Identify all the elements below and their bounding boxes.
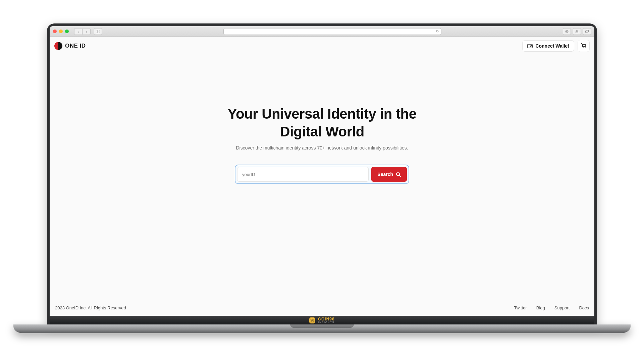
footer-copyright: 2023 OneID Inc. All Rights Reserved <box>55 305 126 310</box>
sidebar-icon <box>96 30 100 33</box>
stage: ‹ › ⟳ <box>0 0 644 362</box>
footer-link-docs[interactable]: Docs <box>579 305 589 310</box>
hero-title-line2: Digital World <box>280 124 364 139</box>
brand[interactable]: ONE ID <box>54 42 86 50</box>
search-shell: Search <box>235 165 409 184</box>
browser-chrome: ‹ › ⟳ <box>50 26 594 37</box>
chevron-left-icon: ‹ <box>77 29 79 34</box>
browser-nav-group: ‹ › <box>74 28 91 35</box>
sidebar-toggle-button[interactable] <box>94 28 102 35</box>
tabs-button[interactable] <box>583 28 591 35</box>
hinge-brand-main: COIN98 <box>318 317 334 321</box>
svg-rect-6 <box>528 44 532 48</box>
search-icon <box>396 172 401 177</box>
close-window-button[interactable] <box>53 29 57 33</box>
forward-button[interactable]: › <box>83 28 91 35</box>
connect-wallet-button[interactable]: Connect Wallet <box>522 40 574 52</box>
laptop-base <box>13 324 631 333</box>
svg-rect-5 <box>585 31 588 33</box>
hinge-brand: 98 COIN98 INSIGHTS <box>309 317 334 323</box>
address-bar[interactable]: ⟳ <box>223 28 441 35</box>
cart-button[interactable] <box>578 40 590 52</box>
svg-line-11 <box>399 175 400 177</box>
footer-link-support[interactable]: Support <box>554 305 570 310</box>
svg-rect-7 <box>531 46 532 47</box>
footer-link-blog[interactable]: Blog <box>536 305 545 310</box>
page: ONE ID Connect Wallet <box>50 37 594 316</box>
top-actions: Connect Wallet <box>522 40 590 52</box>
topbar: ONE ID Connect Wallet <box>50 37 594 55</box>
hinge-brand-sub: INSIGHTS <box>318 321 334 323</box>
hero-subtitle: Discover the multichain identity across … <box>236 145 408 150</box>
laptop-screen: ‹ › ⟳ <box>50 26 594 316</box>
search-input[interactable] <box>237 167 369 182</box>
minimize-window-button[interactable] <box>59 29 63 33</box>
hinge-brand-mark: 98 <box>309 317 315 323</box>
maximize-window-button[interactable] <box>65 29 69 33</box>
cart-icon <box>581 43 587 49</box>
laptop-hinge: 98 COIN98 INSIGHTS <box>50 316 594 324</box>
search-button-label: Search <box>377 172 393 177</box>
download-icon <box>565 30 569 33</box>
share-icon <box>575 30 579 33</box>
svg-rect-0 <box>96 30 100 33</box>
window-controls <box>53 29 69 33</box>
search-button[interactable]: Search <box>371 167 407 182</box>
hero-title-line1: Your Universal Identity in the <box>228 106 417 122</box>
svg-point-9 <box>585 47 586 48</box>
brand-logo-icon <box>54 42 62 50</box>
share-button[interactable] <box>573 28 581 35</box>
browser-right-controls <box>563 28 591 35</box>
footer: 2023 OneID Inc. All Rights Reserved Twit… <box>50 300 594 316</box>
hero: Your Universal Identity in the Digital W… <box>50 55 594 300</box>
downloads-button[interactable] <box>563 28 571 35</box>
reload-icon[interactable]: ⟳ <box>436 29 439 34</box>
connect-wallet-label: Connect Wallet <box>535 43 569 49</box>
hinge-brand-text: COIN98 INSIGHTS <box>318 317 334 323</box>
laptop-mockup: ‹ › ⟳ <box>47 23 597 333</box>
wallet-icon <box>527 44 533 48</box>
brand-name: ONE ID <box>65 43 86 49</box>
footer-links: Twitter Blog Support Docs <box>514 305 589 310</box>
chevron-right-icon: › <box>86 29 87 34</box>
footer-link-twitter[interactable]: Twitter <box>514 305 527 310</box>
tabs-icon <box>585 30 589 33</box>
hero-title: Your Universal Identity in the Digital W… <box>228 105 417 140</box>
laptop-bezel: ‹ › ⟳ <box>47 23 597 324</box>
back-button[interactable]: ‹ <box>74 28 82 35</box>
address-bar-wrap: ⟳ <box>105 28 559 35</box>
svg-point-8 <box>583 47 584 48</box>
